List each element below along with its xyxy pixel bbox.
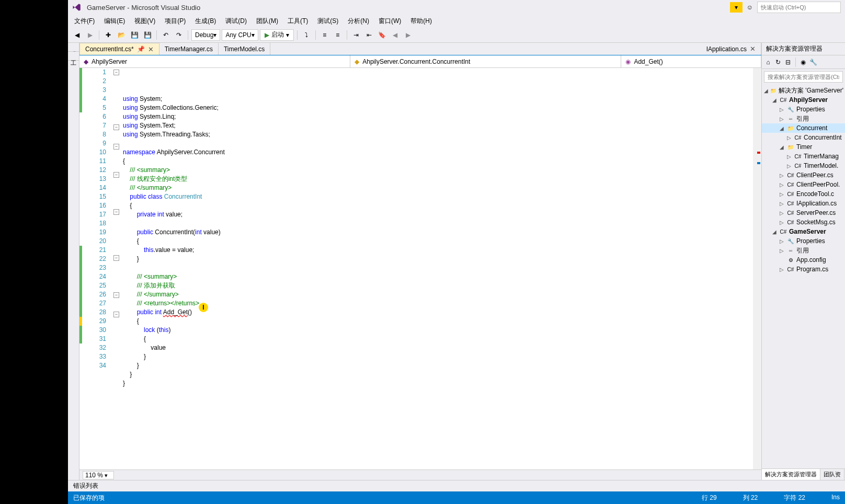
menu-item[interactable]: 分析(N): [344, 15, 373, 27]
pin-icon[interactable]: 📌: [137, 45, 145, 53]
expander-icon[interactable]: ▷: [786, 163, 792, 169]
menu-item[interactable]: 帮助(H): [406, 15, 436, 27]
menu-item[interactable]: 项目(P): [161, 15, 190, 27]
expander-icon[interactable]: ▷: [779, 220, 785, 225]
nav-fwd-button[interactable]: ▶: [84, 29, 96, 41]
tree-node[interactable]: ◢📁Timer: [762, 142, 845, 152]
fold-toggle[interactable]: −: [113, 292, 119, 298]
menu-item[interactable]: 编辑(E): [100, 15, 129, 27]
start-debug-button[interactable]: ▶启动 ▾: [260, 29, 294, 41]
bookmark-button[interactable]: 🔖: [376, 29, 388, 41]
expander-icon[interactable]: ▷: [779, 107, 785, 112]
open-file-button[interactable]: 📂: [116, 29, 127, 41]
nav-class-dropdown[interactable]: ◆AhpilyServer.Concurrent.ConcurrentInt: [350, 55, 621, 67]
tree-node[interactable]: ▷C#ConcurrentInt: [762, 133, 845, 142]
expander-icon[interactable]: ◢: [779, 144, 785, 150]
expander-icon[interactable]: ▷: [786, 135, 792, 141]
refresh-icon[interactable]: ↻: [774, 58, 782, 66]
redo-button[interactable]: ↷: [173, 29, 185, 41]
toolbox-tab[interactable]: 工: [68, 52, 79, 61]
expander-icon[interactable]: ◢: [779, 125, 785, 131]
fold-toggle[interactable]: −: [113, 255, 119, 261]
fold-toggle[interactable]: −: [113, 312, 119, 317]
tree-node[interactable]: ▷▫▫引用: [762, 246, 845, 255]
expander-icon[interactable]: ◢: [771, 97, 778, 103]
tree-node[interactable]: ◢C#AhpilyServer: [762, 95, 845, 105]
next-bookmark-button[interactable]: ▶: [403, 29, 414, 41]
indent-button[interactable]: ⇥: [350, 29, 362, 41]
tree-node[interactable]: ◢📁Concurrent: [762, 123, 845, 133]
config-dropdown[interactable]: Debug ▾: [191, 29, 220, 41]
tree-node[interactable]: ▷C#EncodeTool.c: [762, 189, 845, 199]
fold-toggle[interactable]: −: [113, 70, 119, 75]
platform-dropdown[interactable]: Any CPU ▾: [222, 29, 258, 41]
menu-item[interactable]: 工具(T): [283, 15, 312, 27]
tree-node[interactable]: ⚙App.config: [762, 255, 845, 265]
feedback-icon[interactable]: ☺: [745, 2, 755, 13]
expander-icon[interactable]: ▷: [779, 173, 785, 178]
menu-item[interactable]: 调试(D): [221, 15, 251, 27]
new-project-button[interactable]: ✚: [102, 29, 114, 41]
step-button[interactable]: ⤵: [301, 29, 312, 41]
expander-icon[interactable]: ▷: [779, 238, 785, 244]
tree-node[interactable]: ▷C#IApplication.cs: [762, 199, 845, 208]
tree-node[interactable]: ▷C#TimerModel.: [762, 161, 845, 170]
menu-item[interactable]: 团队(M): [252, 15, 282, 27]
menu-item[interactable]: 窗口(W): [374, 15, 405, 27]
save-button[interactable]: 💾: [129, 29, 140, 41]
expander-icon[interactable]: ◢: [771, 229, 778, 235]
menu-item[interactable]: 视图(V): [130, 15, 159, 27]
fold-toggle[interactable]: −: [113, 209, 119, 215]
tree-node[interactable]: ▷C#ServerPeer.cs: [762, 208, 845, 217]
collapse-icon[interactable]: ⊟: [784, 58, 792, 66]
tab-concurrentint[interactable]: ConcurrentInt.cs* 📌 ✕: [79, 43, 159, 55]
menu-item[interactable]: 测试(S): [313, 15, 342, 27]
tree-node[interactable]: ▷C#TimerManag: [762, 152, 845, 161]
nav-project-dropdown[interactable]: ◆AhpilyServer: [79, 55, 350, 67]
code-content[interactable]: I using System;using System.Collections.…: [121, 68, 761, 469]
expander-icon[interactable]: ▷: [779, 191, 785, 197]
server-explorer-tab[interactable]: 服: [68, 43, 79, 52]
expander-icon[interactable]: ◢: [764, 88, 768, 94]
error-list-tab[interactable]: 错误列表: [68, 480, 104, 491]
tab-solution-explorer[interactable]: 解决方案资源管理器: [762, 469, 820, 480]
tree-node[interactable]: ▷▫▫引用: [762, 114, 845, 123]
solution-tree[interactable]: ◢📁解决方案 'GameServer'◢C#AhpilyServer▷🔧Prop…: [762, 85, 845, 468]
expander-icon[interactable]: ▷: [779, 182, 785, 188]
comment-button[interactable]: ≡: [319, 29, 330, 41]
expander-icon[interactable]: ▷: [779, 116, 785, 122]
fold-toggle[interactable]: −: [113, 144, 119, 150]
uncomment-button[interactable]: ≡: [332, 29, 344, 41]
solution-search-input[interactable]: [764, 71, 843, 83]
nav-member-dropdown[interactable]: ◉Add_Get(): [621, 55, 761, 67]
editor-scrollbar[interactable]: [753, 68, 761, 469]
expander-icon[interactable]: ▷: [779, 210, 785, 216]
expander-icon[interactable]: ▷: [779, 248, 785, 254]
prev-bookmark-button[interactable]: ◀: [390, 29, 401, 41]
fold-toggle[interactable]: −: [113, 124, 119, 130]
tab-timermanager[interactable]: TimerManager.cs: [159, 43, 219, 55]
close-icon[interactable]: ✕: [750, 45, 756, 53]
code-editor[interactable]: 1234567891011121314151617181920212223242…: [79, 68, 761, 469]
zoom-dropdown[interactable]: 110 % ▾: [83, 471, 114, 479]
fold-toggle[interactable]: −: [113, 172, 119, 178]
show-all-icon[interactable]: ◉: [799, 58, 807, 66]
tree-node[interactable]: ▷C#ClientPeer.cs: [762, 170, 845, 180]
tree-node[interactable]: ◢📁解决方案 'GameServer': [762, 86, 845, 95]
tab-iapplication[interactable]: IApplication.cs✕: [701, 43, 761, 55]
outdent-button[interactable]: ⇤: [363, 29, 375, 41]
notification-flag-icon[interactable]: ▾: [730, 2, 743, 13]
tree-node[interactable]: ▷🔧Properties: [762, 236, 845, 246]
tree-node[interactable]: ▷C#SocketMsg.cs: [762, 217, 845, 227]
undo-button[interactable]: ↶: [160, 29, 172, 41]
quick-launch-input[interactable]: [757, 2, 841, 13]
close-icon[interactable]: ✕: [148, 45, 154, 53]
expander-icon[interactable]: ▷: [779, 267, 785, 272]
tree-node[interactable]: ◢C#GameServer: [762, 227, 845, 236]
save-all-button[interactable]: 💾: [142, 29, 153, 41]
tab-team-explorer[interactable]: 团队资: [820, 469, 844, 480]
tab-timermodel[interactable]: TimerModel.cs: [219, 43, 270, 55]
nav-back-button[interactable]: ◀: [71, 29, 83, 41]
tree-node[interactable]: ▷C#ClientPeerPool.: [762, 180, 845, 189]
menu-item[interactable]: 文件(F): [70, 15, 99, 27]
